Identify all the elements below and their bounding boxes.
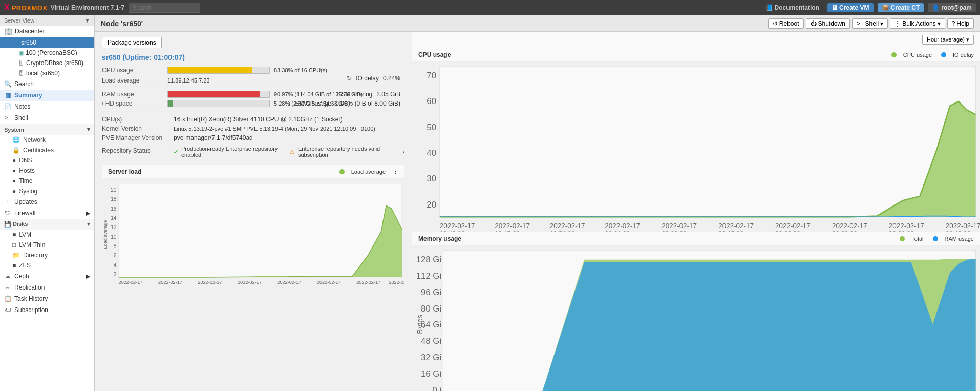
nav-directory-label: Directory	[23, 252, 48, 259]
repo-row: Repository Status ✔ Production-ready Ent…	[102, 143, 404, 158]
server-load-section: Server load Load average ⋮ 20 1	[102, 165, 404, 286]
nav-item-firewall[interactable]: 🛡 Firewall ▶	[0, 208, 94, 219]
book-icon: 📘	[765, 4, 773, 11]
svg-text:20:01:00: 20:01:00	[605, 230, 630, 231]
nav-taskhistory-label: Task History	[14, 295, 48, 302]
nav-dns-label: DNS	[19, 157, 32, 164]
nav-item-shell[interactable]: >_ Shell	[0, 112, 94, 124]
nav-item-summary[interactable]: ▦ Summary	[0, 90, 94, 101]
svg-text:48 Gi: 48 Gi	[421, 336, 441, 346]
nav-certificates-label: Certificates	[23, 147, 54, 154]
nav-item-subscription[interactable]: 🏷 Subscription	[0, 304, 94, 316]
nav-item-certificates[interactable]: 🔒 Certificates	[0, 145, 94, 155]
nav-hosts-label: Hosts	[19, 167, 35, 174]
nav-item-search[interactable]: 🔍 Search	[0, 78, 94, 90]
firewall-expand-icon: ▶	[86, 210, 90, 217]
nav-group-system[interactable]: System ▾	[0, 124, 94, 135]
nav-item-updates[interactable]: ↑ Updates	[0, 196, 94, 208]
sidebar-toggle[interactable]: ▼	[84, 17, 90, 24]
section-divider-2	[102, 111, 404, 112]
nav-item-network[interactable]: 🌐 Network	[0, 135, 94, 145]
nav-item-time[interactable]: ● Time	[0, 176, 94, 186]
svg-text:20:29:00: 20:29:00	[832, 230, 857, 231]
server-load-menu-icon[interactable]: ⋮	[393, 169, 398, 175]
reboot-button[interactable]: ↺ Reboot	[768, 18, 804, 29]
help-button[interactable]: ? Help	[947, 18, 974, 29]
svg-text:2022-02-17: 2022-02-17	[550, 222, 585, 230]
tree-item-100[interactable]: ▣ 100 (PerconaBSC)	[0, 48, 94, 58]
nav-replication-label: Replication	[14, 284, 45, 291]
nav-item-zfs[interactable]: ■ ZFS	[0, 260, 94, 271]
100-label: 100 (PerconaBSC)	[26, 49, 77, 56]
time-selector-button[interactable]: Hour (average) ▾	[922, 35, 974, 45]
svg-text:2022-02-17: 2022-02-17	[317, 280, 341, 285]
svg-text:32 Gi: 32 Gi	[421, 353, 441, 362]
cpu-legend-dot	[891, 52, 897, 57]
shell-button[interactable]: >_ Shell ▾	[852, 18, 888, 29]
content-title: Node 'sr650'	[101, 19, 143, 28]
cpu-chart-title: CPU usage	[418, 51, 451, 58]
svg-text:8: 8	[114, 243, 117, 249]
kernel-label: Kernel Version	[102, 125, 174, 132]
repo-more-icon[interactable]: ›	[402, 149, 404, 155]
syslog-icon: ●	[12, 188, 16, 195]
svg-text:20: 20	[111, 187, 117, 193]
nav-item-lvm[interactable]: ■ LVM	[0, 230, 94, 240]
svg-rect-20	[119, 184, 402, 277]
nav-shell-label: Shell	[14, 114, 28, 121]
bulk-actions-button[interactable]: ⋮ Bulk Actions ▾	[890, 18, 945, 29]
svg-text:19:50:00: 19:50:00	[158, 286, 175, 286]
documentation-button[interactable]: 📘 Documentation	[761, 3, 823, 12]
repo-warn-text: Enterprise repository needs valid subscr…	[298, 146, 399, 158]
svg-text:4: 4	[114, 262, 117, 268]
tree-item-sr650[interactable]: 🖥 sr650	[0, 37, 94, 48]
io-delay-label: IO delay	[356, 75, 379, 82]
tree-item-cryptodbbsc[interactable]: 🗄 CryptoDBbsc (sr650)	[0, 58, 94, 68]
svg-text:20:30:00: 20:30:00	[317, 286, 333, 286]
nav-summary-label: Summary	[14, 92, 42, 99]
nav-zfs-label: ZFS	[19, 262, 31, 269]
tree-item-local[interactable]: 🗄 local (sr650)	[0, 68, 94, 78]
create-vm-button[interactable]: 🖥 Create VM	[827, 3, 874, 12]
svg-text:19:40:00: 19:40:00	[119, 286, 135, 286]
tree-item-datacenter[interactable]: 🏢 Datacenter	[0, 26, 94, 37]
datacenter-icon: 🏢	[4, 27, 13, 35]
server-view-label: Server View	[4, 17, 34, 24]
load-average-val: 11.89,12.45,7.23	[167, 77, 249, 84]
nav-item-replication[interactable]: ↔ Replication	[0, 282, 94, 293]
disks-subitems: ■ LVM □ LVM-Thin 📁 Directory ■ ZFS	[0, 230, 94, 271]
nav-firewall-label: Firewall	[14, 210, 35, 217]
kernel-val: Linux 5.13.19-2-pve #1 SMP PVE 5.13.19-4…	[174, 126, 375, 132]
nav-item-lvm-thin[interactable]: □ LVM-Thin	[0, 240, 94, 250]
create-ct-button[interactable]: 📦 Create CT	[878, 3, 924, 12]
time-icon: ●	[12, 177, 16, 184]
load-average-label: Load average	[102, 77, 163, 84]
content-area: Node 'sr650' ↺ Reboot ⏻ Shutdown >_ Shel…	[95, 15, 980, 391]
nav-item-ceph[interactable]: ☁ Ceph ▶	[0, 271, 94, 282]
hd-space-label: / HD space	[102, 100, 163, 107]
nav-group-disks[interactable]: 💾 Disks ▾	[0, 219, 94, 230]
system-toggle-icon: ▾	[87, 126, 90, 133]
package-versions-button[interactable]: Package versions	[102, 37, 162, 48]
svg-text:10: 10	[111, 234, 117, 240]
nav-item-syslog[interactable]: ● Syslog	[0, 186, 94, 196]
nav-ceph-label: Ceph	[14, 273, 29, 280]
shutdown-button[interactable]: ⏻ Shutdown	[806, 18, 850, 29]
logo-area: X PROXMOX Virtual Environment 7.1-7	[4, 3, 124, 12]
server-load-svg: 20 18 16 14 12 10 8 6 4 2	[102, 180, 404, 286]
svg-text:6: 6	[114, 253, 117, 258]
user-button[interactable]: 👤 root@pam	[928, 3, 976, 12]
io-legend-dot	[941, 52, 946, 57]
nav-item-hosts[interactable]: ● Hosts	[0, 166, 94, 176]
load-avg-legend-label: Load average	[351, 169, 386, 175]
nav-item-dns[interactable]: ● DNS	[0, 155, 94, 166]
nav-item-taskhistory[interactable]: 📋 Task History	[0, 293, 94, 304]
swap-label: SWAP usage	[295, 100, 332, 107]
svg-text:20:49: 20:49	[389, 286, 399, 286]
nav-item-notes[interactable]: 📄 Notes	[0, 101, 94, 112]
svg-text:14: 14	[111, 215, 117, 221]
svg-text:2022-02-17: 2022-02-17	[198, 280, 222, 285]
svg-text:2022-02-17: 2022-02-17	[277, 280, 301, 285]
search-input[interactable]	[129, 3, 200, 13]
nav-item-directory[interactable]: 📁 Directory	[0, 250, 94, 260]
